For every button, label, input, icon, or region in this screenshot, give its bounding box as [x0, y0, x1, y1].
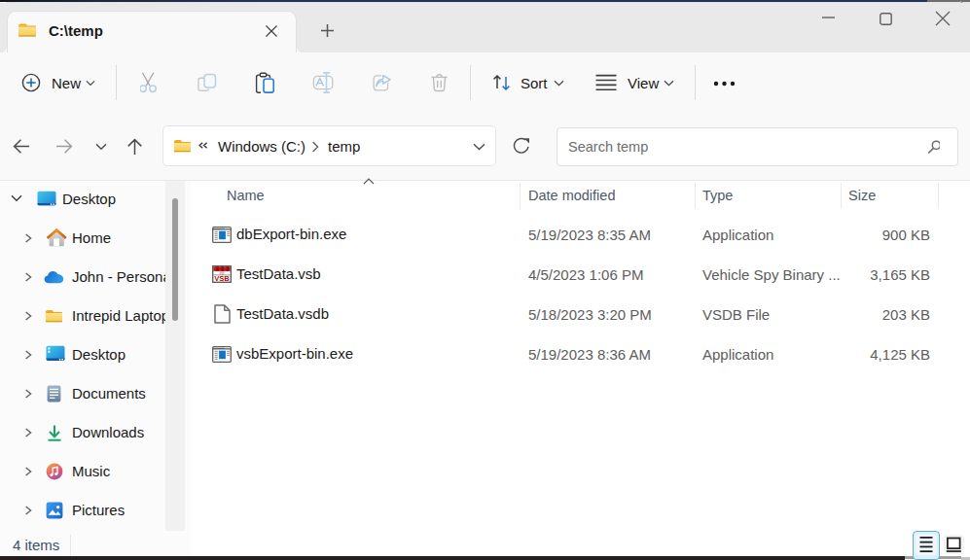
svg-text:VSB: VSB — [214, 274, 230, 283]
